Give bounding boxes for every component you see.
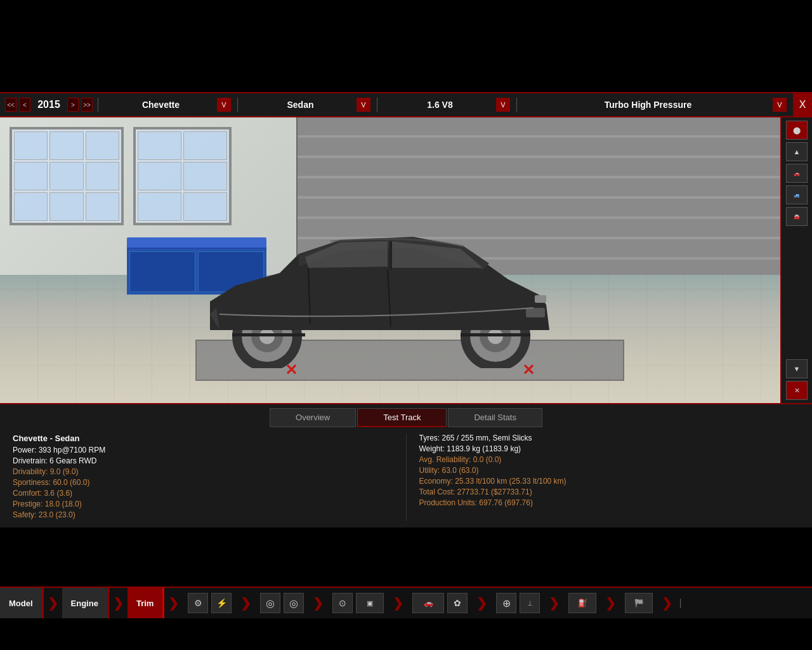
header-bar: << < 2015 > >> Chevette V Sedan V 1.6 V8… (0, 92, 812, 117)
comfort-val: 3.6 (3.6) (44, 489, 72, 498)
camera-button[interactable]: ⬤ (786, 121, 808, 140)
year-next-button[interactable]: > (67, 98, 79, 112)
right-panel: ⬤ ▲ 🚗 🚙 🚘 ▼ ✕ (780, 117, 812, 403)
toolbar-icon-group-6: ⛽ (563, 593, 601, 613)
tabs-bar: Overview Test Track Detail Stats (0, 404, 812, 427)
window-left-1 (10, 127, 124, 225)
window-pane (86, 192, 119, 221)
prestige-stat: Prestige: 18.0 (18.0) (13, 500, 393, 508)
sportiness-val: 60.0 (60.0) (53, 478, 89, 487)
toolbar-model[interactable]: Model (0, 588, 44, 618)
window-pane (138, 162, 181, 190)
year-next-next-button[interactable]: >> (81, 98, 93, 112)
toolbar-icon-fan[interactable]: ✿ (447, 593, 468, 613)
drivability-val: 9.0 (50, 467, 61, 476)
toolbar-icon-race[interactable]: 🏁 (625, 593, 653, 613)
prestige-val: 18.0 (18.0) (45, 500, 82, 508)
comfort-label: Comfort: (13, 489, 42, 498)
toolbar-icon-piston[interactable]: ⚡ (211, 593, 232, 613)
toolbar-icon-steering[interactable]: ⊕ (496, 593, 516, 613)
toolbar-icon-group-2: ◎ ◎ (255, 593, 309, 613)
safety-label: Safety: (13, 510, 36, 519)
engine-dropdown-button[interactable]: V (496, 98, 510, 112)
window-pane (49, 162, 83, 190)
toolbar-chevron-7: ❯ (473, 595, 491, 611)
toolbar-chevron-2: ❯ (109, 595, 128, 611)
stats-left: Chevette - Sedan Power: 393 hp@7100 RPM … (13, 434, 406, 521)
car-svg (172, 197, 578, 368)
tyres-stat: Tyres: 265 / 255 mm, Semi Slicks (419, 434, 800, 442)
total-cost-stat: Total Cost: 27733.71 ($27733.71) (419, 488, 800, 496)
toolbar-icon-group-5: ⊕ ⟂ (491, 593, 545, 613)
toolbar-icon-wheel-2[interactable]: ◎ (284, 593, 304, 613)
toolbar-icon-group-3: ⊙ ▣ (327, 593, 389, 613)
toolbar-engine[interactable]: Engine (62, 588, 109, 618)
body-style-label: Sedan (244, 100, 357, 110)
view-car-button[interactable]: 🚗 (786, 164, 808, 183)
toolbar-chevron-10: ❯ (658, 595, 676, 611)
utility-stat: Utility: 63.0 (63.0) (419, 466, 800, 475)
car-model-section: Chevette V (98, 98, 237, 112)
tab-detail-stats[interactable]: Detail Stats (448, 408, 542, 427)
toolbar-icon-gear[interactable]: ⚙ (188, 593, 208, 613)
toolbar-icon-car-side[interactable]: 🚗 (412, 593, 444, 613)
bottom-black-bar (0, 618, 812, 650)
bottom-toolbar: Model ❯ Engine ❯ Trim ❯ ⚙ ⚡ ❯ ◎ ◎ ❯ ⊙ ▣ … (0, 587, 812, 618)
turbo-dropdown-button[interactable]: V (773, 98, 787, 112)
window-rear (305, 241, 388, 268)
toolbar-trim[interactable]: Trim (128, 588, 164, 618)
window-pane (183, 162, 227, 190)
toolbar-chevron-3: ❯ (164, 595, 183, 611)
toolbar-icon-suspension[interactable]: ⟂ (520, 593, 540, 613)
view-front-button[interactable]: 🚙 (786, 185, 808, 204)
window-pane (183, 131, 227, 160)
window-pane (138, 131, 181, 160)
toolbar-chevron-4: ❯ (237, 595, 255, 611)
reliability-val: Avg. Reliability: 0.0 (0.0) (419, 455, 502, 464)
car-model-dropdown-button[interactable]: V (217, 98, 231, 112)
right-btn-close[interactable]: ✕ (786, 381, 808, 400)
toolbar-icon-engine-config[interactable]: ▣ (356, 593, 384, 613)
toolbar-chevron-6: ❯ (389, 595, 407, 611)
right-btn-up[interactable]: ▲ (786, 142, 808, 161)
bottom-panel: Overview Test Track Detail Stats Chevett… (0, 403, 812, 527)
stats-right: Tyres: 265 / 255 mm, Semi Slicks Weight:… (406, 434, 800, 521)
grille-area (526, 308, 545, 317)
utility-val: Utility: 63.0 (63.0) (419, 466, 479, 475)
right-btn-down[interactable]: ▼ (786, 359, 808, 378)
view-other-button[interactable]: 🚘 (786, 207, 808, 226)
tab-test-track[interactable]: Test Track (357, 408, 447, 427)
window-pane (49, 192, 83, 221)
close-button[interactable]: X (793, 92, 812, 117)
comfort-stat: Comfort: 3.6 (3.6) (13, 489, 393, 498)
safety-val: 23.0 (23.0) (39, 510, 75, 519)
underside-front (461, 333, 530, 336)
body-style-dropdown-button[interactable]: V (357, 98, 370, 112)
stats-panel: Chevette - Sedan Power: 393 hp@7100 RPM … (0, 427, 812, 527)
weight-stat: Weight: 1183.9 kg (1183.9 kg) (419, 444, 800, 453)
production-units-val: Production Units: 697.76 (697.76) (419, 498, 533, 507)
tab-overview[interactable]: Overview (270, 408, 356, 427)
engine-section: 1.6 V8 V (377, 98, 516, 112)
turbo-label: Turbo High Pressure (523, 100, 773, 110)
garage-viewport: ✕ ✕ (0, 117, 780, 403)
drivability-base-val: (9.0) (63, 467, 79, 476)
reliability-stat: Avg. Reliability: 0.0 (0.0) (419, 455, 800, 464)
toolbar-icon-fuel[interactable]: ⛽ (568, 593, 596, 613)
year-section: << < 2015 > >> (0, 98, 98, 112)
car-display (172, 197, 578, 368)
toolbar-icon-group-4: 🚗 ✿ (407, 593, 473, 613)
window-pane (14, 162, 48, 190)
toolbar-icon-group-7: 🏁 (620, 593, 658, 613)
window-pane (14, 131, 48, 160)
year-prev-button[interactable]: < (19, 98, 30, 112)
window-pane (49, 131, 83, 160)
turbo-section: Turbo High Pressure V (516, 98, 793, 112)
engine-label: 1.6 V8 (384, 100, 496, 110)
window-pane (86, 162, 119, 190)
year-prev-prev-button[interactable]: << (5, 98, 16, 112)
window-pane (86, 131, 119, 160)
toolbar-icon-wheel-1[interactable]: ◎ (260, 593, 280, 613)
production-units-stat: Production Units: 697.76 (697.76) (419, 498, 800, 507)
toolbar-icon-brake[interactable]: ⊙ (332, 593, 353, 613)
